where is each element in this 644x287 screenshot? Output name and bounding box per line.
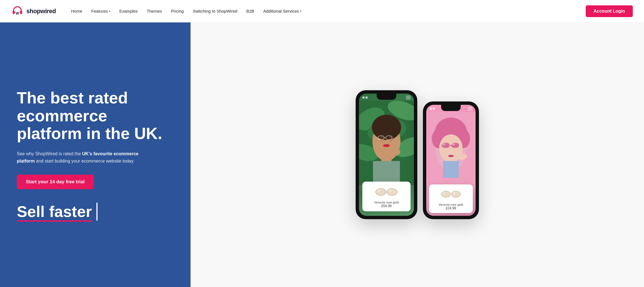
phone-menu-line-1 xyxy=(406,96,411,96)
sell-faster-label: Sell faster xyxy=(17,203,92,220)
hero-section: The best rated ecommerce platform in the… xyxy=(0,22,191,287)
phone-menu-line-2 xyxy=(406,97,411,98)
product-price-2: £24.99 xyxy=(432,206,470,210)
svg-point-37 xyxy=(442,143,446,145)
svg-point-26 xyxy=(377,190,381,192)
phone-screen-2: Venezia rose gold £24.99 xyxy=(426,105,476,216)
phone-menu-icon xyxy=(406,96,411,99)
hero-heading: The best rated ecommerce platform in the… xyxy=(17,89,174,142)
svg-point-22 xyxy=(387,188,397,195)
cursor-bar xyxy=(96,203,98,221)
trial-button[interactable]: Start your 14 day free trial xyxy=(17,175,94,189)
nav-item-pricing[interactable]: Pricing xyxy=(167,6,188,16)
phone-status-dots-2 xyxy=(430,108,435,110)
svg-text:W: W xyxy=(16,11,19,15)
glasses-svg-2 xyxy=(440,190,462,199)
phone-screen-1: Venezia rose gold £54.99 xyxy=(359,94,414,216)
logo-icon: W xyxy=(11,5,24,17)
phone-mockup-1: Venezia rose gold £54.99 xyxy=(356,90,417,219)
phone-notch-1 xyxy=(377,94,396,100)
product-glasses-image-1 xyxy=(366,185,407,199)
svg-point-42 xyxy=(441,191,450,197)
main-content: The best rated ecommerce platform in the… xyxy=(0,22,644,287)
phone-menu-line-2-2 xyxy=(468,108,472,109)
phone-product-card-1: Venezia rose gold £54.99 xyxy=(362,182,411,211)
phone-menu-line-3 xyxy=(406,99,411,99)
nav-item-examples[interactable]: Examples xyxy=(115,6,142,16)
phone-dot-1 xyxy=(362,96,365,99)
nav: Home Features ▾ Examples Themes Pricing … xyxy=(67,6,586,16)
nav-item-features[interactable]: Features ▾ xyxy=(87,6,114,16)
phone-dot-2-2 xyxy=(433,108,435,110)
svg-point-48 xyxy=(453,192,455,194)
product-name-2: Venezia rose gold xyxy=(432,203,470,206)
svg-point-12 xyxy=(380,136,384,142)
phone-status-dots xyxy=(362,96,368,99)
header: W shopwired Home Features ▾ Examples The… xyxy=(0,0,644,22)
nav-item-b2b[interactable]: B2B xyxy=(242,6,258,16)
svg-point-39 xyxy=(448,155,454,157)
nav-item-themes[interactable]: Themes xyxy=(143,6,166,16)
additional-services-dropdown-arrow: ▾ xyxy=(300,10,302,13)
hero-subtext: See why ShopWired is rated the UK's favo… xyxy=(17,150,151,165)
svg-point-27 xyxy=(388,190,392,192)
svg-point-47 xyxy=(443,192,446,194)
svg-point-17 xyxy=(383,144,390,147)
phone-mockup-2: Venezia rose gold £24.99 xyxy=(423,101,479,219)
phone-scene-svg-2 xyxy=(426,112,476,188)
logo[interactable]: W shopwired xyxy=(11,5,56,17)
phone-product-card-2: Venezia rose gold £24.99 xyxy=(429,184,473,213)
account-login-button[interactable]: Account Login xyxy=(586,5,633,17)
phone-menu-line-2-3 xyxy=(468,110,472,110)
phone-menu-icon-2 xyxy=(468,107,472,110)
sell-faster-text-wrapper: Sell faster xyxy=(17,204,92,219)
svg-rect-1 xyxy=(13,11,15,14)
nav-item-additional-services[interactable]: Additional Services ▾ xyxy=(259,6,305,16)
product-name-1: Venezia rose gold xyxy=(366,201,407,204)
glasses-svg-1 xyxy=(374,187,399,197)
nav-item-home[interactable]: Home xyxy=(67,6,86,16)
phone-image-area-2 xyxy=(426,112,476,188)
svg-point-13 xyxy=(389,136,393,142)
svg-point-43 xyxy=(451,191,460,197)
sell-faster-container: Sell faster xyxy=(17,203,174,221)
nav-item-switching[interactable]: Switching to ShopWired xyxy=(189,6,241,16)
phone-notch-2 xyxy=(441,105,461,111)
svg-rect-40 xyxy=(443,161,459,178)
phones-section: Venezia rose gold £54.99 xyxy=(191,22,644,287)
svg-rect-2 xyxy=(20,11,22,14)
phone-dot-2-1 xyxy=(430,108,432,110)
svg-point-38 xyxy=(451,143,455,145)
svg-point-21 xyxy=(376,188,386,195)
phone-menu-line-2-1 xyxy=(468,107,472,108)
features-dropdown-arrow: ▾ xyxy=(109,10,110,13)
phone-image-area-1 xyxy=(359,101,414,185)
phone-dot-2 xyxy=(365,96,368,99)
phone-scene-svg-1 xyxy=(359,101,414,185)
product-price-1: £54.99 xyxy=(366,204,407,208)
product-glasses-image-2 xyxy=(432,187,470,201)
logo-text: shopwired xyxy=(26,8,56,15)
